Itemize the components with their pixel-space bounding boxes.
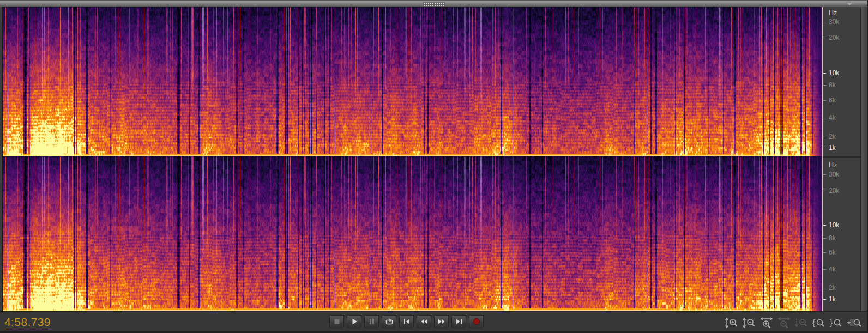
time-display[interactable]: 4:58.739 bbox=[4, 316, 51, 329]
loop-icon bbox=[385, 318, 394, 325]
play-icon bbox=[350, 318, 359, 325]
frequency-ruler-right-channel: Hz 30k20k10k8k6k4k2k1k bbox=[823, 158, 860, 311]
panel-menu-dropdown-icon[interactable] bbox=[847, 3, 852, 5]
transport-controls bbox=[329, 315, 484, 328]
timeline-zoom-scrollbar[interactable] bbox=[0, 0, 868, 7]
pause-button[interactable] bbox=[364, 315, 379, 328]
svg-text:}: } bbox=[830, 318, 833, 327]
record-button[interactable] bbox=[469, 315, 484, 328]
frequency-ruler-left-channel: Hz 30k20k10k8k6k4k2k1k bbox=[823, 7, 860, 156]
loop-playback-button[interactable] bbox=[382, 315, 396, 328]
zoom-in-horizontal-icon[interactable] bbox=[760, 317, 774, 329]
zoom-in-in-point-icon[interactable]: { bbox=[812, 317, 826, 329]
stop-button[interactable] bbox=[329, 315, 344, 328]
skip-to-previous-button[interactable] bbox=[399, 315, 414, 328]
pause-icon bbox=[367, 318, 376, 325]
skip-to-next-button[interactable] bbox=[451, 315, 466, 328]
play-button[interactable] bbox=[347, 315, 361, 328]
fast-forward-button[interactable] bbox=[434, 315, 449, 328]
frequency-ruler[interactable]: Hz 30k20k10k8k6k4k2k1k Hz 30k20k10k8k6k4… bbox=[822, 7, 868, 311]
spectrogram-left-channel[interactable] bbox=[3, 7, 822, 156]
rewind-button[interactable] bbox=[417, 315, 431, 328]
zoom-out-horizontal-icon bbox=[777, 317, 791, 329]
zoom-out-vertical-icon[interactable] bbox=[742, 317, 756, 329]
record-icon bbox=[472, 318, 481, 325]
rewind-icon bbox=[420, 318, 429, 325]
spectral-editor-window: Hz 30k20k10k8k6k4k2k1k Hz 30k20k10k8k6k4… bbox=[0, 0, 868, 333]
skip-next-icon bbox=[455, 318, 463, 325]
frequency-unit-label: Hz bbox=[829, 9, 837, 17]
frequency-unit-label: Hz bbox=[829, 161, 837, 169]
scrollbar-grip-icon[interactable] bbox=[423, 2, 445, 6]
zoom-in-out-point-icon[interactable]: } bbox=[829, 317, 843, 329]
zoom-toolbar: { } bbox=[725, 317, 861, 329]
zoom-in-vertical-icon[interactable] bbox=[725, 317, 739, 329]
stop-icon bbox=[333, 318, 341, 325]
spectrogram-right-channel[interactable] bbox=[3, 156, 822, 311]
zoom-selection-icon[interactable] bbox=[847, 317, 861, 329]
status-bar: 4:58.739 bbox=[0, 311, 868, 333]
svg-text:{: { bbox=[812, 318, 815, 327]
skip-previous-icon bbox=[402, 318, 411, 325]
fast-forward-icon bbox=[437, 318, 446, 325]
zoom-out-full-icon bbox=[794, 317, 809, 329]
